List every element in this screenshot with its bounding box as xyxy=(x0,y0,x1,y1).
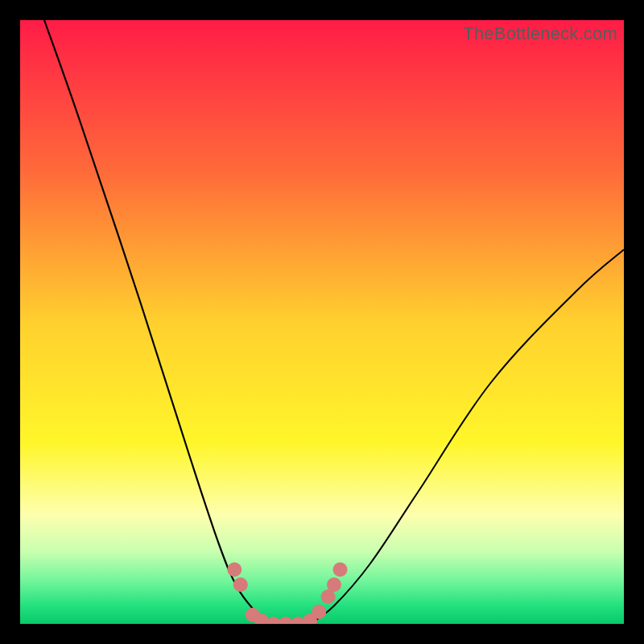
chart-plot xyxy=(20,20,624,624)
marker-dot xyxy=(227,563,242,577)
watermark-label: TheBottleneck.com xyxy=(463,23,617,44)
curve-right xyxy=(310,250,624,624)
marker-group xyxy=(227,563,347,625)
chart-frame: TheBottleneck.com xyxy=(20,20,624,624)
marker-dot xyxy=(327,577,341,592)
curve-left xyxy=(44,20,268,624)
marker-dot xyxy=(333,563,348,577)
marker-dot xyxy=(312,605,326,619)
marker-dot xyxy=(233,577,248,592)
